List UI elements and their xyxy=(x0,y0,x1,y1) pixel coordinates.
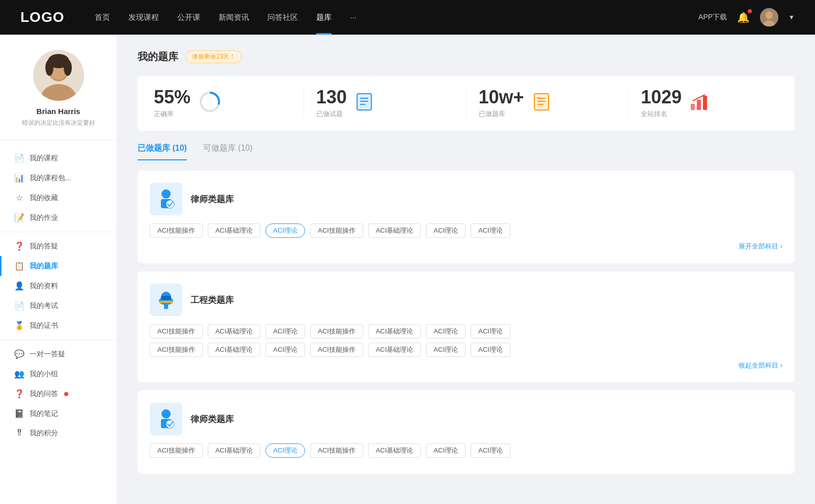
done-banks-icon xyxy=(532,93,551,115)
app-download-button[interactable]: APP下载 xyxy=(698,13,727,22)
tab-available-banks[interactable]: 可做题库 (10) xyxy=(203,143,253,160)
bank-card-1: 工程类题库 ACI技能操作 ACI基础理论 ACI理论 ACI技能操作 ACI基… xyxy=(138,271,795,382)
sidebar-item-my-packages[interactable]: 📊 我的课程包... xyxy=(0,168,117,188)
bank-card-2: 律师类题库 ACI技能操作 ACI基础理论 ACI理论 ACI技能操作 ACI基… xyxy=(138,390,795,474)
tag-1-2[interactable]: ACI理论 xyxy=(265,324,305,339)
stat-done-banks-label: 已做题库 xyxy=(479,109,524,119)
sidebar-item-my-profile[interactable]: 👤 我的资料 xyxy=(0,276,117,296)
navbar: LOGO 首页 发现课程 公开课 新闻资讯 问答社区 题库 ··· APP下载 … xyxy=(0,0,815,35)
sidebar-item-my-points[interactable]: 🎖 我的积分 xyxy=(0,424,117,443)
navbar-right: APP下载 🔔 ▼ xyxy=(698,8,795,26)
sidebar-item-one-on-one[interactable]: 💬 一对一答疑 xyxy=(0,344,117,364)
sidebar-item-my-bank[interactable]: 📋 我的题库 xyxy=(0,256,117,276)
tag-1-3[interactable]: ACI技能操作 xyxy=(310,324,363,339)
tag-1-r2-5[interactable]: ACI理论 xyxy=(426,343,466,357)
sidebar: Brian Harris 错误的决定比没有决定要好 📄 我的课程 📊 我的课程包… xyxy=(0,35,117,504)
tag-1-r2-1[interactable]: ACI基础理论 xyxy=(208,343,261,357)
tag-2-0[interactable]: ACI技能操作 xyxy=(150,443,203,458)
nav-link-news[interactable]: 新闻资讯 xyxy=(219,13,249,22)
svg-rect-23 xyxy=(537,97,539,98)
user-menu-chevron[interactable]: ▼ xyxy=(789,14,795,21)
sidebar-label-my-exams: 我的考试 xyxy=(30,301,58,311)
tag-1-r2-0[interactable]: ACI技能操作 xyxy=(150,343,203,357)
stat-done-banks-number: 10w+ xyxy=(479,88,524,106)
tab-done-banks[interactable]: 已做题库 (10) xyxy=(138,143,187,160)
profile-motto: 错误的决定比没有决定要好 xyxy=(10,119,106,127)
stat-accuracy-label: 正确率 xyxy=(154,109,191,119)
tag-1-6[interactable]: ACI理论 xyxy=(471,324,510,339)
user-avatar-nav[interactable] xyxy=(760,8,778,26)
tag-1-r2-2[interactable]: ACI理论 xyxy=(265,343,305,357)
sidebar-label-my-points: 我的积分 xyxy=(30,429,58,438)
tag-1-1[interactable]: ACI基础理论 xyxy=(208,324,261,339)
svg-point-9 xyxy=(45,60,53,76)
bank-lawyer-icon-0 xyxy=(150,183,182,215)
tag-1-5[interactable]: ACI理论 xyxy=(426,324,466,339)
done-questions-icon xyxy=(355,93,373,115)
sidebar-item-my-group[interactable]: 👥 我的小组 xyxy=(0,364,117,384)
one-on-one-icon: 💬 xyxy=(14,349,24,359)
expand-link-0[interactable]: 展开全部科目 › xyxy=(150,242,782,251)
nav-link-qa[interactable]: 问答社区 xyxy=(267,13,298,22)
tag-0-6[interactable]: ACI理论 xyxy=(471,223,510,238)
page-title: 我的题库 xyxy=(138,50,178,64)
stat-site-rank: 1029 全站排名 xyxy=(641,88,778,119)
notification-badge xyxy=(748,9,752,13)
bank-tags-1-row2: ACI技能操作 ACI基础理论 ACI理论 ACI技能操作 ACI基础理论 AC… xyxy=(150,343,782,357)
course-icon: 📄 xyxy=(14,153,24,163)
question-badge xyxy=(64,392,68,396)
nav-link-bank[interactable]: 题库 xyxy=(316,13,332,22)
sidebar-label-my-certs: 我的证书 xyxy=(30,321,58,330)
package-icon: 📊 xyxy=(14,173,24,183)
tag-0-2[interactable]: ACI理论 xyxy=(265,223,305,238)
page-layout: Brian Harris 错误的决定比没有决定要好 📄 我的课程 📊 我的课程包… xyxy=(0,35,815,504)
sidebar-item-my-homework[interactable]: 📝 我的作业 xyxy=(0,208,117,228)
profile-name: Brian Harris xyxy=(10,107,106,116)
tag-0-5[interactable]: ACI理论 xyxy=(426,223,466,238)
sidebar-label-my-bank: 我的题库 xyxy=(30,262,58,271)
tag-1-4[interactable]: ACI基础理论 xyxy=(368,324,421,339)
bank-title-0: 律师类题库 xyxy=(191,193,234,205)
bank-icon: 📋 xyxy=(14,261,24,271)
tag-0-4[interactable]: ACI基础理论 xyxy=(368,223,421,238)
bank-title-1: 工程类题库 xyxy=(191,294,234,306)
nav-link-more[interactable]: ··· xyxy=(350,13,357,22)
tag-0-1[interactable]: ACI基础理论 xyxy=(208,223,261,238)
tag-1-r2-6[interactable]: ACI理论 xyxy=(471,343,510,357)
nav-link-opencourse[interactable]: 公开课 xyxy=(177,13,200,22)
sidebar-item-my-questions[interactable]: ❓ 我的问答 xyxy=(0,384,117,404)
tag-1-r2-4[interactable]: ACI基础理论 xyxy=(368,343,421,357)
tag-2-4[interactable]: ACI基础理论 xyxy=(368,443,421,458)
notification-bell[interactable]: 🔔 xyxy=(737,11,750,23)
tag-2-1[interactable]: ACI基础理论 xyxy=(208,443,261,458)
svg-point-27 xyxy=(161,189,171,199)
tag-1-r2-3[interactable]: ACI技能操作 xyxy=(310,343,363,357)
tag-1-0[interactable]: ACI技能操作 xyxy=(150,324,203,339)
stat-site-rank-label: 全站排名 xyxy=(641,109,682,119)
nav-link-discover[interactable]: 发现课程 xyxy=(128,13,159,22)
divider-2 xyxy=(0,340,117,340)
sidebar-item-my-qa[interactable]: ❓ 我的答疑 xyxy=(0,236,117,256)
tag-2-2[interactable]: ACI理论 xyxy=(265,443,305,458)
tag-0-3[interactable]: ACI技能操作 xyxy=(310,223,363,238)
profile-section: Brian Harris 错误的决定比没有决定要好 xyxy=(0,50,117,140)
svg-point-35 xyxy=(161,409,171,418)
nav-link-home[interactable]: 首页 xyxy=(95,13,110,22)
tag-2-5[interactable]: ACI理论 xyxy=(426,443,466,458)
stat-site-rank-number: 1029 xyxy=(641,88,682,106)
bank-tags-1: ACI技能操作 ACI基础理论 ACI理论 ACI技能操作 ACI基础理论 AC… xyxy=(150,324,782,339)
sidebar-item-my-courses[interactable]: 📄 我的课程 xyxy=(0,148,117,168)
bank-title-2: 律师类题库 xyxy=(191,413,234,425)
sidebar-item-my-exams[interactable]: 📄 我的考试 xyxy=(0,296,117,316)
sidebar-item-my-certs[interactable]: 🏅 我的证书 xyxy=(0,316,117,335)
svg-rect-24 xyxy=(691,104,695,110)
avatar xyxy=(33,50,84,101)
sidebar-item-my-notes[interactable]: 📓 我的笔记 xyxy=(0,404,117,424)
tag-2-6[interactable]: ACI理论 xyxy=(471,443,510,458)
group-icon: 👥 xyxy=(14,369,24,379)
sidebar-item-my-favorites[interactable]: ☆ 我的收藏 xyxy=(0,188,117,208)
tag-2-3[interactable]: ACI技能操作 xyxy=(310,443,363,458)
tag-0-0[interactable]: ACI技能操作 xyxy=(150,223,203,238)
star-icon: ☆ xyxy=(14,193,24,203)
collapse-link-1[interactable]: 收起全部科目 › xyxy=(150,361,782,370)
